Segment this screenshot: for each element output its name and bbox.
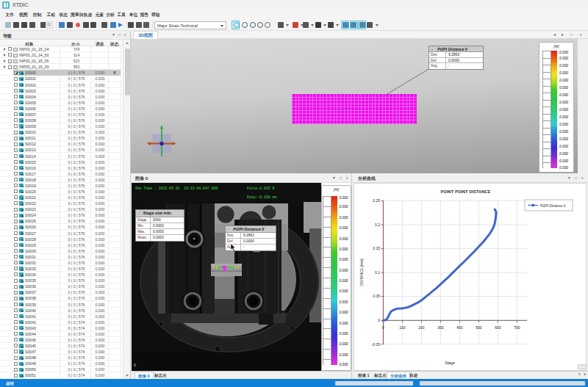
svg-text:0.05: 0.05 — [373, 294, 380, 298]
svg-text:0.2: 0.2 — [375, 223, 380, 227]
svg-text:100: 100 — [399, 325, 406, 330]
svg-text:0.25: 0.25 — [373, 198, 380, 203]
svg-text:0.15: 0.15 — [373, 246, 380, 250]
svg-text:700: 700 — [514, 325, 520, 330]
svg-text:0.1: 0.1 — [375, 270, 380, 275]
svg-text:600: 600 — [495, 325, 501, 330]
svg-text:0: 0 — [378, 318, 380, 322]
svg-text:POINT POINT DISTANCE: POINT POINT DISTANCE — [441, 189, 491, 194]
svg-text:0: 0 — [382, 325, 384, 330]
svg-text:500: 500 — [476, 325, 482, 330]
svg-text:-0.05: -0.05 — [372, 342, 381, 347]
svg-text:300: 300 — [437, 325, 444, 330]
svg-text:200: 200 — [418, 325, 425, 330]
svg-text:400: 400 — [456, 325, 463, 330]
svg-text:Pt2Pt Distance 0: Pt2Pt Distance 0 — [540, 204, 566, 208]
svg-text:DISTANCE [mm]: DISTANCE [mm] — [359, 258, 364, 286]
svg-text:Stage: Stage — [445, 361, 455, 365]
